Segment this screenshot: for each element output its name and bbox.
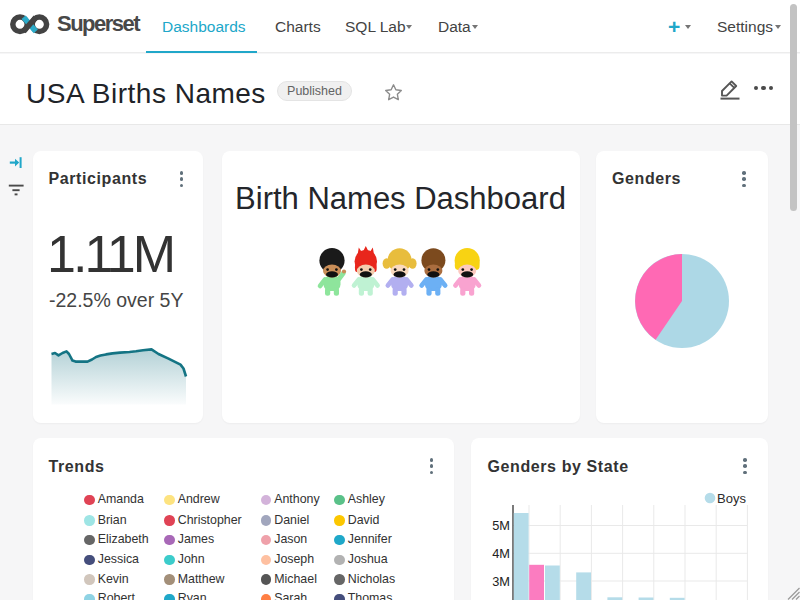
svg-text:5M: 5M [492,518,510,533]
svg-text:Boys: Boys [717,491,746,506]
svg-text:3M: 3M [492,574,510,589]
svg-text:4M: 4M [492,546,510,561]
